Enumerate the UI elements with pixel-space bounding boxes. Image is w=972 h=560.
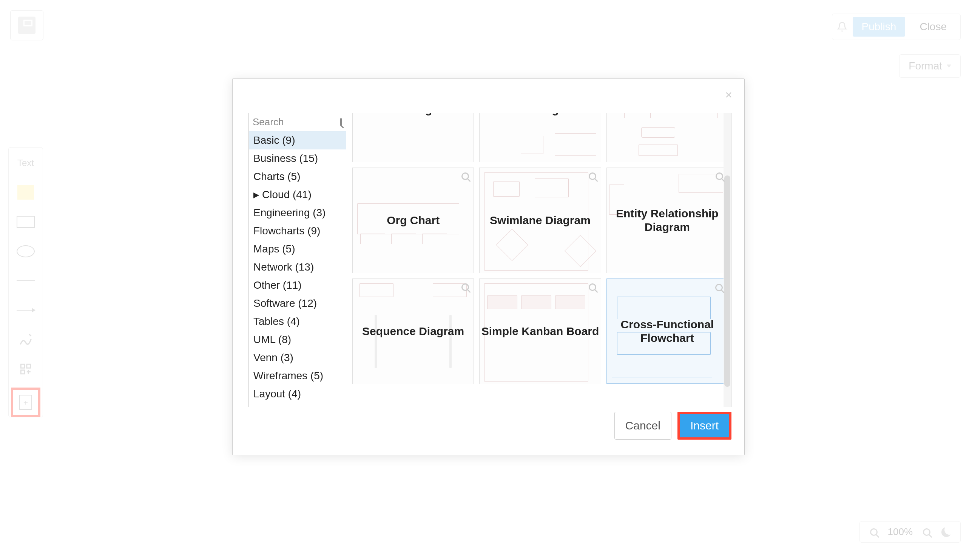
category-engineering[interactable]: Engineering (3) xyxy=(249,204,346,222)
zoom-level[interactable]: 100% xyxy=(888,526,913,538)
template-cross-functional-flowchart[interactable]: Cross-Functional Flowchart xyxy=(606,278,728,384)
arrow-tool[interactable] xyxy=(15,299,37,321)
template-title: Class Diagram xyxy=(501,113,579,116)
template-title: Sequence Diagram xyxy=(362,325,464,338)
modal-footer: Cancel Insert xyxy=(615,412,732,440)
template-picker-modal: × Basic (9) Business (15) Charts (5) ▶Cl… xyxy=(232,78,745,455)
rectangle-icon xyxy=(17,216,35,228)
sticky-note-icon xyxy=(17,185,34,200)
template-sequence-diagram[interactable]: Sequence Diagram xyxy=(352,278,474,384)
template-flowchart[interactable]: Flowchart xyxy=(606,113,728,162)
search-wrapper xyxy=(249,113,346,131)
category-list: Basic (9) Business (15) Charts (5) ▶Clou… xyxy=(249,131,346,407)
category-network[interactable]: Network (13) xyxy=(249,258,346,276)
format-dropdown[interactable]: Format xyxy=(899,54,961,78)
template-title: Simple Kanban Board xyxy=(481,325,599,338)
category-venn[interactable]: Venn (3) xyxy=(249,349,346,367)
modal-body: Basic (9) Business (15) Charts (5) ▶Clou… xyxy=(249,113,732,407)
category-flowcharts[interactable]: Flowcharts (9) xyxy=(249,222,346,240)
category-cloud[interactable]: ▶Cloud (41) xyxy=(249,186,346,204)
svg-rect-1 xyxy=(27,364,30,368)
preview-icon[interactable] xyxy=(713,170,725,182)
svg-rect-0 xyxy=(21,364,25,368)
text-tool[interactable]: Text xyxy=(15,152,37,174)
template-org-chart[interactable]: Org Chart xyxy=(352,168,474,273)
shapes-tool[interactable] xyxy=(15,358,37,380)
category-business[interactable]: Business (15) xyxy=(249,150,346,168)
line-tool[interactable] xyxy=(15,270,37,292)
template-category-sidebar: Basic (9) Business (15) Charts (5) ▶Clou… xyxy=(249,113,346,407)
preview-icon[interactable] xyxy=(459,281,471,293)
notifications-icon[interactable] xyxy=(837,22,847,32)
template-thumbnail xyxy=(609,113,725,160)
freehand-tool[interactable] xyxy=(15,329,37,350)
preview-icon[interactable] xyxy=(459,170,471,182)
left-shape-toolbar: Text xyxy=(8,147,43,417)
search-icon xyxy=(340,119,342,126)
template-entity-relationship[interactable]: Entity Relationship Diagram xyxy=(606,168,728,273)
category-maps[interactable]: Maps (5) xyxy=(249,240,346,258)
template-title: Blank Diagram xyxy=(374,113,453,116)
category-basic[interactable]: Basic (9) xyxy=(249,131,346,150)
insert-button[interactable]: Insert xyxy=(680,414,729,437)
modal-close-button[interactable]: × xyxy=(725,88,732,102)
top-right-toolbar: Publish Close xyxy=(832,13,961,40)
svg-rect-2 xyxy=(21,370,25,374)
ellipse-tool[interactable] xyxy=(15,240,37,262)
line-icon xyxy=(17,280,35,281)
template-blank-diagram[interactable]: Blank Diagram xyxy=(352,113,474,162)
template-icon xyxy=(19,395,32,410)
ellipse-icon xyxy=(17,245,35,257)
template-scrollbar[interactable] xyxy=(723,113,731,407)
category-layout[interactable]: Layout (4) xyxy=(249,385,346,403)
template-search-input[interactable] xyxy=(249,113,346,131)
template-swimlane-diagram[interactable]: Swimlane Diagram xyxy=(479,168,601,273)
template-title: Entity Relationship Diagram xyxy=(607,207,728,234)
category-wireframes[interactable]: Wireframes (5) xyxy=(249,367,346,385)
preview-icon[interactable] xyxy=(586,281,598,293)
template-title: Flowchart xyxy=(640,113,694,116)
chevron-right-icon: ▶ xyxy=(253,190,259,199)
category-software[interactable]: Software (12) xyxy=(249,294,346,312)
preview-icon[interactable] xyxy=(713,282,725,293)
category-tables[interactable]: Tables (4) xyxy=(249,312,346,330)
zoom-out-icon[interactable] xyxy=(868,527,880,538)
template-kanban-board[interactable]: Simple Kanban Board xyxy=(479,278,601,384)
close-button[interactable]: Close xyxy=(910,17,956,37)
category-charts[interactable]: Charts (5) xyxy=(249,168,346,186)
template-thumbnail xyxy=(482,113,598,160)
template-title: Swimlane Diagram xyxy=(490,213,591,227)
format-label: Format xyxy=(909,60,942,72)
insert-button-highlight: Insert xyxy=(678,412,732,440)
template-title: Org Chart xyxy=(387,213,439,227)
category-uml[interactable]: UML (8) xyxy=(249,330,346,349)
template-title: Cross-Functional Flowchart xyxy=(607,318,727,345)
chevron-down-icon xyxy=(947,65,951,68)
app-logo[interactable] xyxy=(10,10,43,40)
dark-mode-icon[interactable] xyxy=(941,527,952,538)
cancel-button[interactable]: Cancel xyxy=(615,412,671,440)
template-grid: Blank Diagram Class Diagram xyxy=(346,113,731,407)
arrow-icon xyxy=(17,310,35,310)
publish-button[interactable]: Publish xyxy=(853,17,905,37)
zoom-in-icon[interactable] xyxy=(921,527,932,538)
preview-icon[interactable] xyxy=(586,170,598,182)
diagram-logo-icon xyxy=(18,17,35,34)
template-class-diagram[interactable]: Class Diagram xyxy=(479,113,601,162)
category-other[interactable]: Other (11) xyxy=(249,276,346,294)
note-tool[interactable] xyxy=(15,182,37,203)
zoom-controls: 100% xyxy=(860,521,961,543)
rectangle-tool[interactable] xyxy=(15,211,37,233)
templates-tool[interactable] xyxy=(11,388,40,417)
